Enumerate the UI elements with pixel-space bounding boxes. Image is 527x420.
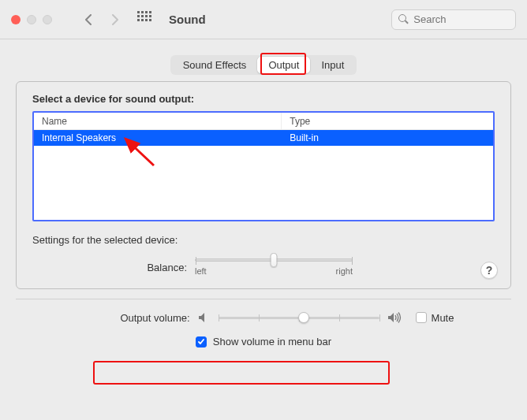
tab-sound-effects[interactable]: Sound Effects [172, 57, 258, 73]
balance-knob[interactable] [271, 253, 278, 267]
window-title: Sound [169, 13, 206, 26]
mute-control[interactable]: Mute [416, 312, 454, 324]
help-button[interactable]: ? [480, 262, 498, 279]
output-volume-slider[interactable] [219, 310, 379, 325]
mute-checkbox[interactable] [416, 312, 427, 323]
show-volume-label: Show volume in menu bar [213, 336, 331, 348]
balance-row: Balance: left right [32, 258, 495, 276]
search-field[interactable] [391, 9, 516, 30]
divider [16, 299, 511, 299]
traffic-lights [11, 15, 52, 24]
speaker-high-icon [387, 312, 403, 323]
tab-output[interactable]: Output [257, 57, 310, 73]
show-volume-menubar-row[interactable]: Show volume in menu bar [16, 336, 511, 348]
sound-tabs: Sound Effects Output Input [170, 55, 357, 75]
output-settings-pane: Select a device for sound output: Name T… [16, 81, 511, 289]
tabs-row: Sound Effects Output Input [0, 39, 527, 75]
close-window-button[interactable] [11, 15, 21, 24]
balance-end-labels: left right [195, 266, 353, 276]
tab-input[interactable]: Input [310, 57, 355, 73]
toolbar: Sound [0, 0, 527, 39]
mute-label: Mute [432, 312, 454, 324]
search-input[interactable] [412, 13, 509, 26]
search-icon [398, 14, 407, 24]
chevron-right-icon [111, 14, 119, 25]
device-type-cell: Built-in [282, 132, 493, 143]
output-device-table[interactable]: Name Type Internal Speakers Built-in [34, 113, 493, 220]
show-volume-checkbox[interactable] [196, 336, 207, 348]
annotation-output-volume [93, 361, 390, 385]
device-table-selection-outline: Name Type Internal Speakers Built-in [32, 111, 495, 221]
balance-slider[interactable]: left right [195, 258, 353, 276]
output-volume-label: Output volume: [73, 312, 190, 324]
balance-left-label: left [195, 266, 207, 276]
check-icon [197, 338, 205, 346]
zoom-window-button[interactable] [43, 15, 52, 24]
footer: Output volume: Mute [16, 310, 511, 348]
select-device-heading: Select a device for sound output: [32, 93, 495, 105]
speaker-low-icon [198, 312, 211, 323]
back-button[interactable] [79, 8, 98, 32]
device-name-cell: Internal Speakers [34, 130, 282, 146]
balance-right-label: right [336, 266, 353, 276]
show-all-prefs-button[interactable] [137, 11, 155, 28]
volume-knob[interactable] [298, 312, 309, 323]
output-volume-row: Output volume: Mute [16, 310, 511, 325]
column-header-name[interactable]: Name [34, 113, 282, 129]
column-header-type[interactable]: Type [282, 116, 493, 127]
chevron-left-icon [84, 14, 92, 25]
settings-for-device-label: Settings for the selected device: [32, 234, 495, 246]
minimize-window-button[interactable] [27, 15, 36, 24]
balance-label: Balance: [32, 262, 195, 273]
table-row[interactable]: Internal Speakers Built-in [34, 130, 493, 146]
forward-button[interactable] [106, 8, 125, 32]
device-table-header: Name Type [34, 113, 493, 130]
